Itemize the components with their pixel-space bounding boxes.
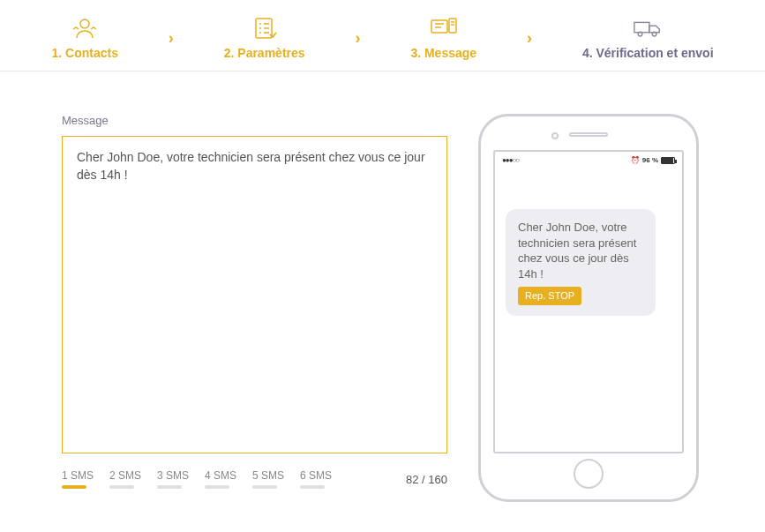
message-panel: Message 1 SMS 2 SMS 3 SMS 4 SMS 5 SMS [62, 114, 447, 502]
chevron-right-icon: › [169, 29, 174, 48]
message-device-icon [429, 16, 459, 41]
alarm-icon: ⏰ [631, 156, 640, 164]
sms-bar [300, 485, 325, 489]
phone-mockup: ●●●○○ ⏰ 96 % Cher John Doe, votre techni… [478, 114, 699, 502]
sms-segment-5: 5 SMS [252, 469, 284, 489]
contacts-icon [70, 16, 100, 41]
sms-bar [205, 485, 229, 489]
sms-segment-3: 3 SMS [157, 469, 189, 489]
sms-meter: 1 SMS 2 SMS 3 SMS 4 SMS 5 SMS 6 SMS [62, 469, 447, 489]
sms-segment-label: 4 SMS [205, 469, 236, 482]
message-bubble: Cher John Doe, votre technicien sera pré… [506, 209, 656, 316]
chevron-right-icon: › [527, 29, 532, 48]
step-label: 4. Vérification et envoi [582, 46, 714, 60]
sms-bar [157, 485, 182, 489]
main-content: Message 1 SMS 2 SMS 3 SMS 4 SMS 5 SMS [0, 71, 765, 502]
phone-speaker-icon [569, 132, 608, 137]
sms-segment-label: 5 SMS [252, 469, 284, 482]
svg-point-5 [638, 32, 642, 36]
battery-icon [661, 157, 675, 164]
chevron-right-icon: › [355, 29, 360, 48]
truck-icon [633, 16, 663, 41]
step-verification[interactable]: 4. Vérification et envoi [582, 16, 714, 60]
message-label: Message [62, 114, 447, 127]
character-count: 82 / 160 [406, 473, 447, 486]
phone-screen: ●●●○○ ⏰ 96 % Cher John Doe, votre techni… [493, 150, 684, 453]
sms-segment-6: 6 SMS [300, 469, 332, 489]
sms-segment-4: 4 SMS [205, 469, 236, 489]
signal-icon: ●●●○○ [502, 156, 519, 164]
svg-point-6 [652, 32, 656, 36]
svg-rect-2 [431, 20, 447, 33]
message-input[interactable] [62, 136, 447, 453]
sms-segment-1: 1 SMS [62, 469, 94, 489]
sms-segment-label: 6 SMS [300, 469, 332, 482]
status-right: ⏰ 96 % [631, 156, 675, 164]
svg-rect-4 [634, 22, 649, 32]
step-label: 1. Contacts [51, 46, 117, 60]
message-bubble-area: Cher John Doe, votre technicien sera pré… [495, 169, 682, 316]
sms-segment-label: 2 SMS [109, 469, 141, 482]
sms-segment-2: 2 SMS [109, 469, 141, 489]
stop-tag: Rep. STOP [518, 287, 581, 305]
checklist-icon [250, 16, 280, 41]
sms-segment-label: 3 SMS [157, 469, 189, 482]
step-label: 2. Paramètres [224, 46, 305, 60]
svg-point-0 [80, 19, 89, 28]
phone-status-bar: ●●●○○ ⏰ 96 % [495, 152, 682, 169]
sms-bar [109, 485, 134, 489]
battery-percent: 96 % [642, 156, 658, 164]
sms-bar [62, 485, 86, 489]
phone-preview-panel: ●●●○○ ⏰ 96 % Cher John Doe, votre techni… [474, 114, 703, 502]
step-label: 3. Message [410, 46, 476, 60]
step-message[interactable]: 3. Message [410, 16, 476, 60]
home-button-icon [574, 459, 604, 489]
step-contacts[interactable]: 1. Contacts [51, 16, 117, 60]
svg-rect-3 [449, 19, 456, 33]
stepper: 1. Contacts › 2. Paramètres › 3. Message… [0, 0, 765, 71]
preview-text: Cher John Doe, votre technicien sera pré… [518, 221, 636, 281]
sms-segment-label: 1 SMS [62, 469, 94, 482]
sms-bar [252, 485, 277, 489]
step-parametres[interactable]: 2. Paramètres [224, 16, 305, 60]
phone-camera-icon [551, 132, 559, 139]
